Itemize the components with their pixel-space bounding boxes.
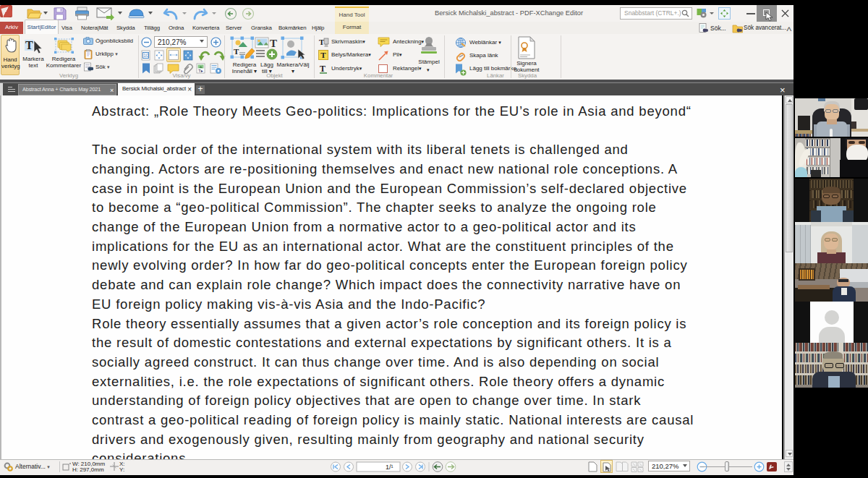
svg-text:1/¹: 1/¹ <box>386 464 393 471</box>
svg-text:T: T <box>234 47 239 56</box>
svg-text:10: 10 <box>143 53 149 58</box>
svg-text:T: T <box>270 38 277 49</box>
svg-text:T: T <box>25 39 33 51</box>
